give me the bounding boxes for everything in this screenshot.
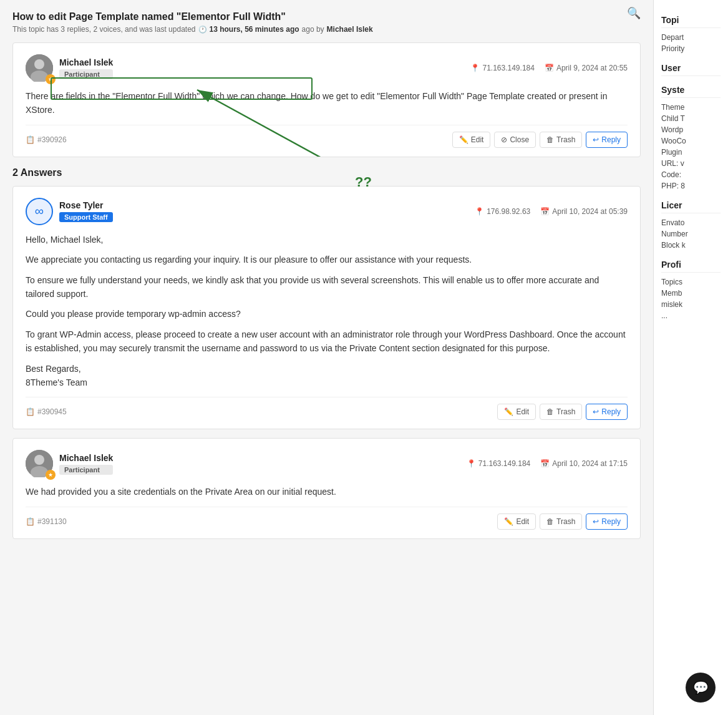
close-button-1[interactable]: ⊘ Close: [494, 132, 536, 148]
post-1-meta: 📍 71.163.149.184 📅 April 9, 2024 at 20:5…: [470, 64, 628, 72]
last-user: Michael Islek: [327, 25, 373, 34]
sidebar-item-block: Block k: [661, 240, 721, 251]
post-3-header: ★ Michael Islek Participant 📍 71.163.149…: [26, 450, 628, 477]
calendar-icon-2: 📅: [540, 207, 550, 216]
time-ago: 13 hours, 56 minutes ago: [210, 25, 299, 34]
sidebar-item-child: Child T: [661, 113, 721, 124]
reply-button-3[interactable]: ↩ Reply: [586, 513, 628, 530]
post-3-footer: 📋 #391130 ✏️ Edit 🗑 Trash ↩ Reply: [26, 507, 628, 530]
post-2-author: ∞ Rose Tyler Support Staff: [26, 198, 113, 225]
post-2-actions: ✏️ Edit 🗑 Trash ↩ Reply: [497, 404, 628, 420]
author-name-1: Michael Islek: [59, 57, 113, 67]
reply-icon-2: ↩: [593, 407, 599, 416]
post-3-author: ★ Michael Islek Participant: [26, 450, 113, 477]
infinity-icon: ∞: [35, 204, 44, 218]
post-1-date: 📅 April 9, 2024 at 20:55: [545, 64, 628, 72]
sidebar-item-envato: Envato: [661, 217, 721, 228]
author-info-2: Rose Tyler Support Staff: [59, 200, 113, 222]
page-header: How to edit Page Template named "Element…: [12, 6, 641, 42]
trash-button-1[interactable]: 🗑 Trash: [540, 132, 582, 148]
answers-header: 2 Answers: [12, 167, 641, 178]
edit-icon: ✏️: [459, 135, 468, 144]
post-1-header: ★ Michael Islek Participant 📍 71.163.149…: [26, 54, 628, 82]
sidebar-item-url: URL: v: [661, 158, 721, 169]
edit-button-1[interactable]: ✏️ Edit: [452, 132, 491, 148]
avatar-badge-3: ★: [46, 470, 56, 480]
post-1-actions: ✏️ Edit ⊘ Close 🗑 Trash ↩ Reply: [452, 132, 628, 148]
sidebar: Topi Depart Priority User Syste Theme Ch…: [653, 0, 728, 715]
author-role-3: Participant: [59, 465, 113, 475]
post-2-meta: 📍 176.98.92.63 📅 April 10, 2024 at 05:39: [475, 207, 628, 216]
page-title: How to edit Page Template named "Element…: [12, 11, 641, 22]
sidebar-item-php: PHP: 8: [661, 180, 721, 192]
sidebar-profile-title: Profi: [661, 260, 721, 273]
subtitle-suffix: ago by: [302, 25, 324, 34]
trash-button-2[interactable]: 🗑 Trash: [540, 404, 582, 420]
post-3-actions: ✏️ Edit 🗑 Trash ↩ Reply: [497, 513, 628, 530]
avatar-container-2: ∞: [26, 198, 53, 225]
copy-icon: 📋: [26, 135, 35, 144]
sidebar-profile-member: Memb: [661, 288, 721, 299]
sidebar-item-depart[interactable]: Depart: [661, 32, 721, 43]
location-icon-3: 📍: [467, 459, 476, 468]
post-card-answer-1: ∞ Rose Tyler Support Staff 📍 176.98.92.6…: [12, 186, 641, 430]
post-3-id: 📋 #391130: [26, 517, 67, 526]
trash-icon-2: 🗑: [546, 407, 554, 416]
post-2-header: ∞ Rose Tyler Support Staff 📍 176.98.92.6…: [26, 198, 628, 225]
support-chat-button[interactable]: 💬: [686, 673, 716, 703]
calendar-icon-3: 📅: [540, 459, 550, 468]
post-2-id: 📋 #390945: [26, 407, 67, 416]
post-2-footer: 📋 #390945 ✏️ Edit 🗑 Trash ↩ Reply: [26, 397, 628, 420]
copy-icon-3: 📋: [26, 517, 35, 526]
sidebar-topics-title: Topi: [661, 15, 721, 28]
sidebar-item-number: Number: [661, 228, 721, 240]
sidebar-profile-more[interactable]: ...: [661, 310, 721, 321]
author-name-2: Rose Tyler: [59, 200, 113, 210]
chat-icon: 💬: [693, 680, 709, 695]
post-3-meta: 📍 71.163.149.184 📅 April 10, 2024 at 17:…: [467, 459, 628, 468]
post-3-ip: 📍 71.163.149.184: [467, 459, 530, 468]
edit-button-3[interactable]: ✏️ Edit: [497, 513, 536, 530]
edit-icon-3: ✏️: [504, 517, 513, 526]
sidebar-item-code: Code:: [661, 169, 721, 180]
post-2-date: 📅 April 10, 2024 at 05:39: [540, 207, 628, 216]
edit-button-2[interactable]: ✏️ Edit: [497, 404, 536, 420]
post-card-question: ??: [12, 42, 641, 157]
sidebar-profile-topics[interactable]: Topics: [661, 276, 721, 288]
reply-button-1[interactable]: ↩ Reply: [586, 132, 628, 148]
close-circle-icon: ⊘: [501, 135, 507, 144]
sidebar-item-priority[interactable]: Priority: [661, 43, 721, 54]
author-name-3: Michael Islek: [59, 453, 113, 463]
svg-point-3: [34, 59, 44, 69]
avatar-rose: ∞: [26, 198, 53, 225]
post-1-footer: 📋 #390926 ✏️ Edit ⊘ Close 🗑 Trash: [26, 125, 628, 148]
reply-icon-3: ↩: [593, 517, 599, 526]
avatar-badge: ★: [46, 74, 56, 84]
post-2-body: Hello, Michael Islek, We appreciate you …: [26, 233, 628, 390]
author-info-1: Michael Islek Participant: [59, 57, 113, 79]
avatar-container-3: ★: [26, 450, 53, 477]
author-role-2: Support Staff: [59, 212, 113, 222]
sidebar-system-title: Syste: [661, 85, 721, 98]
avatar-container: ★: [26, 54, 53, 82]
post-2-ip: 📍 176.98.92.63: [475, 207, 530, 216]
reply-button-2[interactable]: ↩ Reply: [586, 404, 628, 420]
sidebar-item-plugins: Plugin: [661, 147, 721, 158]
post-1-author: ★ Michael Islek Participant: [26, 54, 113, 82]
sidebar-profile-username: mislek: [661, 299, 721, 310]
post-1-body: There are fields in the "Elementor Full …: [26, 89, 628, 117]
sidebar-item-wordpress: Wordp: [661, 124, 721, 135]
trash-button-3[interactable]: 🗑 Trash: [540, 513, 582, 530]
copy-icon-2: 📋: [26, 407, 35, 416]
author-info-3: Michael Islek Participant: [59, 453, 113, 475]
location-icon: 📍: [470, 64, 480, 72]
subtitle-prefix: This topic has 3 replies, 2 voices, and …: [12, 25, 196, 34]
clock-icon: 🕐: [198, 26, 207, 34]
sidebar-user-title: User: [661, 63, 721, 76]
trash-icon-3: 🗑: [546, 517, 554, 526]
sidebar-item-theme: Theme: [661, 102, 721, 113]
search-icon[interactable]: 🔍: [627, 6, 641, 20]
svg-point-6: [34, 455, 44, 465]
trash-icon-1: 🗑: [546, 135, 554, 144]
post-3-date: 📅 April 10, 2024 at 17:15: [540, 459, 628, 468]
